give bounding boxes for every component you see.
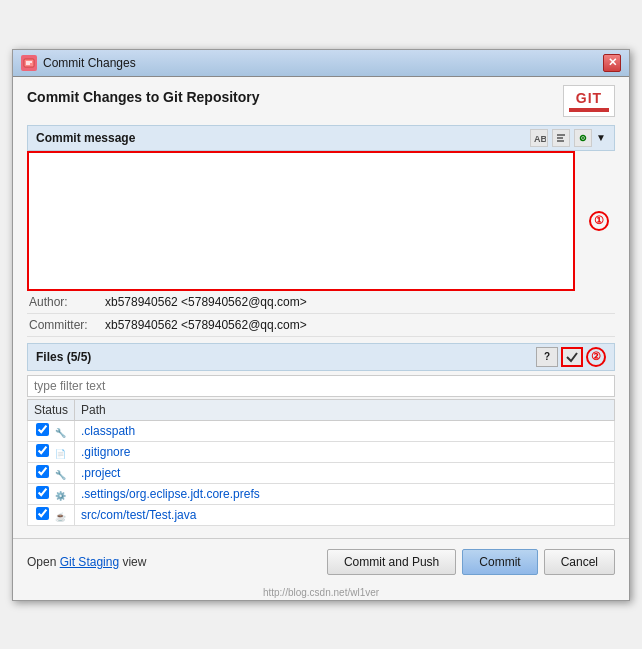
file-checkbox-cell[interactable]: ⚙️ bbox=[28, 483, 75, 504]
filter-input[interactable] bbox=[27, 375, 615, 397]
commit-button[interactable]: Commit bbox=[462, 549, 537, 575]
file-checkbox-cell[interactable]: 🔧 bbox=[28, 462, 75, 483]
svg-text:ABC: ABC bbox=[534, 134, 546, 144]
check-icon-btn[interactable] bbox=[561, 347, 583, 367]
git-logo: GIT bbox=[563, 85, 615, 117]
table-row[interactable]: 🔧 .classpath bbox=[28, 420, 615, 441]
title-bar: Commit Changes ✕ bbox=[13, 50, 629, 77]
files-table: Status Path 🔧 .classpath 📄 .gitignore 🔧 bbox=[27, 399, 615, 526]
commit-message-icons: ABC ▼ bbox=[530, 129, 606, 147]
file-path: .settings/org.eclipse.jdt.core.prefs bbox=[75, 483, 615, 504]
svg-rect-0 bbox=[24, 59, 34, 67]
annotation-1: ① bbox=[589, 211, 609, 231]
open-text: Open bbox=[27, 555, 56, 569]
file-path: .classpath bbox=[75, 420, 615, 441]
file-path: .project bbox=[75, 462, 615, 483]
author-row: Author: xb578940562 <578940562@qq.com> bbox=[27, 291, 615, 314]
footer: Open Git Staging view Commit and Push Co… bbox=[13, 538, 629, 585]
commit-message-input[interactable] bbox=[27, 151, 575, 291]
git-logo-bar bbox=[569, 108, 609, 112]
header-row: Commit Changes to Git Repository GIT bbox=[27, 89, 615, 117]
close-button[interactable]: ✕ bbox=[603, 54, 621, 72]
commit-message-label: Commit message bbox=[36, 131, 135, 145]
file-checkbox-cell[interactable]: 🔧 bbox=[28, 420, 75, 441]
table-row[interactable]: ⚙️ .settings/org.eclipse.jdt.core.prefs bbox=[28, 483, 615, 504]
committer-row: Committer: xb578940562 <578940562@qq.com… bbox=[27, 314, 615, 337]
dialog-title: Commit Changes bbox=[43, 56, 136, 70]
col-path-header: Path bbox=[75, 399, 615, 420]
committer-value: xb578940562 <578940562@qq.com> bbox=[105, 318, 307, 332]
watermark: http://blog.csdn.net/wl1ver bbox=[13, 585, 629, 600]
format-icon[interactable] bbox=[552, 129, 570, 147]
annotation-2: ② bbox=[586, 347, 606, 367]
help-icon-btn[interactable]: ? bbox=[536, 347, 558, 367]
committer-label: Committer: bbox=[29, 318, 99, 332]
author-value: xb578940562 <578940562@qq.com> bbox=[105, 295, 307, 309]
file-checkbox-cell[interactable]: 📄 bbox=[28, 441, 75, 462]
annotation-area-1: ① bbox=[583, 151, 615, 291]
author-label: Author: bbox=[29, 295, 99, 309]
files-label: Files (5/5) bbox=[36, 350, 91, 364]
file-checkbox[interactable] bbox=[36, 465, 49, 478]
footer-left: Open Git Staging view bbox=[27, 555, 146, 569]
file-checkbox-cell[interactable]: ☕ bbox=[28, 504, 75, 525]
commit-dialog: Commit Changes ✕ Commit Changes to Git R… bbox=[12, 49, 630, 601]
file-path: src/com/test/Test.java bbox=[75, 504, 615, 525]
table-row[interactable]: 🔧 .project bbox=[28, 462, 615, 483]
spell-check-icon[interactable]: ABC bbox=[530, 129, 548, 147]
svg-point-8 bbox=[582, 137, 584, 139]
table-row[interactable]: 📄 .gitignore bbox=[28, 441, 615, 462]
files-header: Files (5/5) ? ② bbox=[27, 343, 615, 371]
file-checkbox[interactable] bbox=[36, 486, 49, 499]
settings-icon[interactable] bbox=[574, 129, 592, 147]
title-bar-left: Commit Changes bbox=[21, 55, 136, 71]
window-content: Commit Changes to Git Repository GIT Com… bbox=[13, 77, 629, 538]
col-status-header: Status bbox=[28, 399, 75, 420]
git-logo-text: GIT bbox=[576, 90, 602, 106]
footer-buttons: Commit and Push Commit Cancel bbox=[327, 549, 615, 575]
commit-push-button[interactable]: Commit and Push bbox=[327, 549, 456, 575]
dropdown-arrow-icon[interactable]: ▼ bbox=[596, 132, 606, 143]
file-checkbox[interactable] bbox=[36, 423, 49, 436]
commit-message-container: ① bbox=[27, 151, 615, 291]
cancel-button[interactable]: Cancel bbox=[544, 549, 615, 575]
main-title: Commit Changes to Git Repository bbox=[27, 89, 260, 105]
file-path: .gitignore bbox=[75, 441, 615, 462]
file-checkbox[interactable] bbox=[36, 444, 49, 457]
commit-message-header: Commit message ABC bbox=[27, 125, 615, 151]
git-staging-link[interactable]: Git Staging bbox=[60, 555, 119, 569]
view-text: view bbox=[122, 555, 146, 569]
files-icons: ? ② bbox=[536, 347, 606, 367]
file-checkbox[interactable] bbox=[36, 507, 49, 520]
dialog-icon bbox=[21, 55, 37, 71]
table-row[interactable]: ☕ src/com/test/Test.java bbox=[28, 504, 615, 525]
